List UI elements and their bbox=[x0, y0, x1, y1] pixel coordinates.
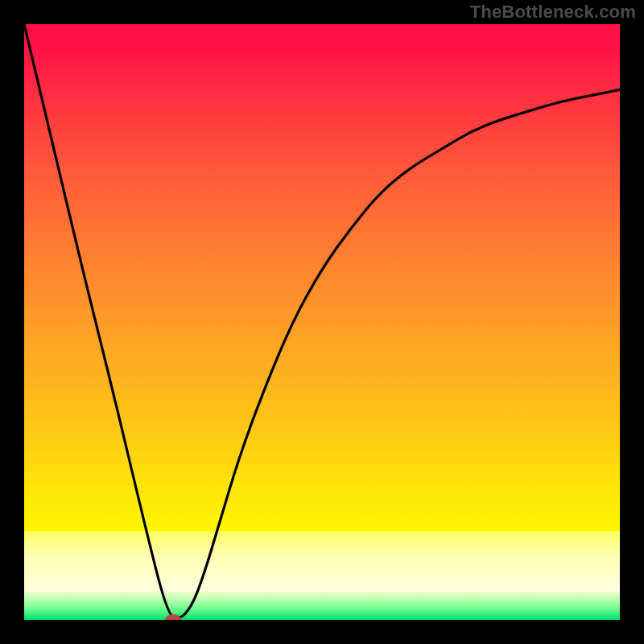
chart-frame: TheBottleneck.com bbox=[0, 0, 644, 644]
bottleneck-curve bbox=[24, 24, 620, 620]
plot-area bbox=[24, 24, 620, 620]
watermark-text: TheBottleneck.com bbox=[470, 2, 636, 23]
optimum-marker bbox=[165, 614, 181, 620]
